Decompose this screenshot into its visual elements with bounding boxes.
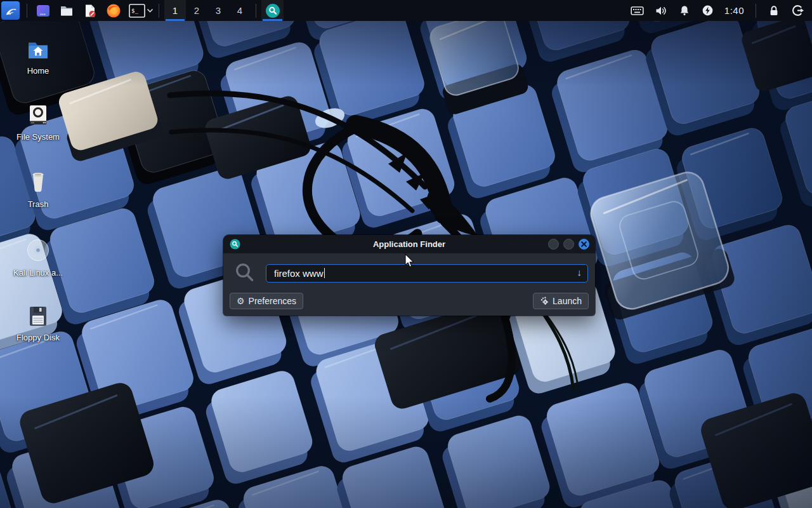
launcher-firefox[interactable] (105, 3, 122, 19)
desktop-icon-trash[interactable]: Trash (8, 170, 69, 209)
active-workspace-underline (166, 19, 185, 21)
workspace-2[interactable]: 2 (186, 0, 207, 21)
desktop-icon-label: Kali Linux a... (13, 268, 63, 277)
launch-button[interactable]: Launch (533, 293, 589, 309)
lock-screen-button[interactable] (768, 4, 780, 17)
maximize-button[interactable] (563, 239, 574, 250)
desktop-icon-home[interactable]: Home (8, 37, 69, 76)
trash-icon (25, 170, 51, 196)
search-icon (234, 262, 256, 284)
search-query-text: firefox www (274, 268, 324, 279)
panel-separator (159, 4, 159, 18)
panel-separator (756, 4, 756, 18)
logout-icon (791, 4, 804, 17)
keyboard-icon (631, 4, 644, 17)
close-button[interactable] (579, 239, 589, 250)
desktop-icon-label: Trash (28, 199, 49, 209)
launch-label: Launch (553, 296, 582, 306)
top-panel: $_ 1 2 3 4 (0, 0, 812, 21)
minimize-button[interactable] (548, 239, 559, 250)
preferences-button[interactable]: ⚙ Preferences (230, 293, 303, 309)
clock[interactable]: 1:40 (724, 5, 744, 16)
bell-icon (678, 4, 691, 17)
launcher-text-editor[interactable] (82, 3, 98, 19)
desktop-icon-kali-cd[interactable]: Kali Linux a... (8, 236, 69, 277)
quick-launchers: $_ (35, 3, 154, 19)
launcher-dashboard[interactable] (35, 3, 51, 19)
desktop-icon-label: Floppy Disk (16, 333, 60, 342)
chevron-down-icon[interactable] (147, 8, 154, 13)
titlebar[interactable]: Application Finder (223, 235, 595, 253)
dropdown-arrow-icon[interactable]: ↓ (577, 267, 582, 277)
system-tray: 1:40 (631, 4, 812, 18)
panel-separator (27, 4, 27, 18)
terminal-icon: $_ (129, 4, 145, 18)
firefox-icon (106, 3, 121, 18)
file-system-drive-icon (25, 103, 51, 128)
lock-icon (768, 4, 780, 17)
workspace-switcher: 1 2 3 4 (164, 0, 251, 21)
active-task-underline (263, 19, 282, 21)
volume-control[interactable] (655, 4, 667, 17)
battery-power-icon (702, 4, 714, 17)
application-finder-window: Application Finder firefox www (223, 235, 595, 316)
text-editor-icon (82, 3, 98, 18)
gear-icon: ⚙ (237, 297, 245, 305)
desktop-icon-label: File System (16, 132, 60, 142)
panel-separator (256, 4, 256, 18)
desktop-icon-floppy[interactable]: Floppy Disk (8, 304, 69, 342)
power-manager[interactable] (702, 4, 714, 17)
workspace-1[interactable]: 1 (164, 0, 186, 21)
launch-icon (540, 297, 549, 305)
text-caret (324, 268, 325, 278)
logout-button[interactable] (791, 4, 804, 17)
notifications[interactable] (678, 4, 691, 17)
kali-desktop: Home File System Trash (0, 0, 812, 508)
launcher-terminal[interactable]: $_ (129, 4, 154, 18)
window-title: Application Finder (223, 239, 595, 249)
desktop-icon-label: Home (27, 66, 49, 76)
search-input[interactable]: firefox www ↓ (266, 264, 588, 283)
preferences-label: Preferences (249, 296, 296, 306)
desktop-icon-file-system[interactable]: File System (8, 103, 69, 142)
close-icon (581, 241, 587, 247)
launcher-file-manager[interactable] (58, 3, 75, 19)
file-manager-icon (59, 3, 74, 18)
home-folder-icon (25, 37, 51, 62)
kali-logo-icon (4, 4, 18, 18)
cd-disc-icon (24, 236, 52, 264)
floppy-disk-icon (25, 304, 51, 329)
applications-menu-button[interactable] (1, 1, 20, 20)
speaker-icon (655, 4, 667, 17)
svg-text:$_: $_ (131, 8, 138, 14)
keyboard-indicator[interactable] (631, 4, 644, 17)
dashboard-icon (36, 3, 51, 18)
workspace-3[interactable]: 3 (207, 0, 229, 21)
taskbar-application-finder[interactable] (261, 0, 284, 21)
application-finder-task-icon (265, 3, 280, 18)
workspace-4[interactable]: 4 (229, 0, 251, 21)
